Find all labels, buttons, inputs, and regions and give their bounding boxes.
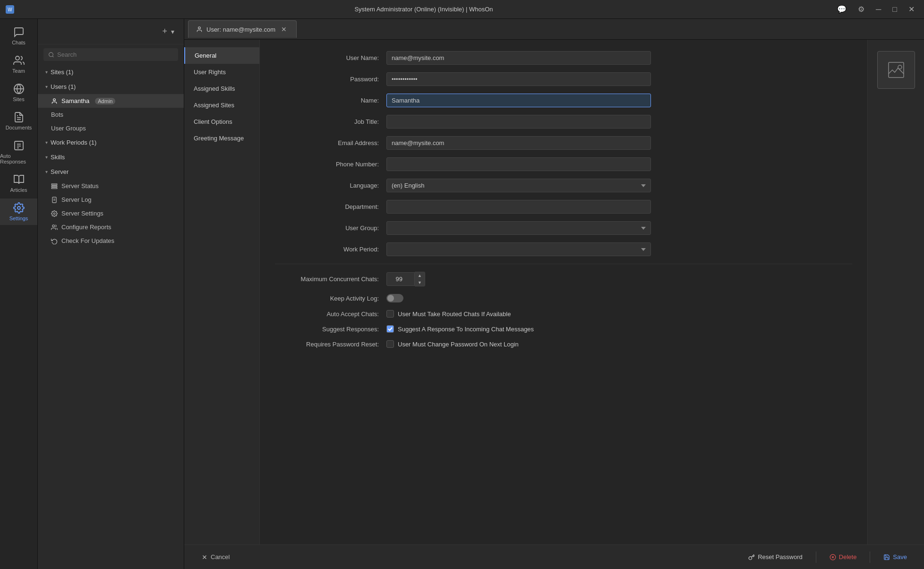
nav-sidebar-header: + ▾: [38, 19, 184, 44]
nav-item-usergroups[interactable]: User Groups: [38, 121, 184, 135]
workperiods-chevron: ▾: [45, 140, 48, 145]
language-select[interactable]: (en) English: [386, 179, 651, 192]
minimize-button[interactable]: ─: [872, 4, 885, 15]
workperiod-select[interactable]: [386, 242, 651, 256]
title-bar-controls: 💬 ⚙ ─ □ ✕: [833, 4, 918, 15]
sidebar-item-sites[interactable]: Sites: [0, 79, 37, 106]
checkforupdates-icon: [51, 238, 58, 244]
expand-button[interactable]: ▾: [169, 26, 176, 37]
panel-item-general[interactable]: General: [184, 47, 259, 64]
usergroup-label: User Group:: [275, 224, 379, 232]
nav-item-serversettings[interactable]: Server Settings: [38, 207, 184, 220]
jobtitle-row: Job Title:: [275, 115, 852, 129]
language-label: Language:: [275, 182, 379, 189]
usergroup-select[interactable]: [386, 221, 651, 235]
name-input[interactable]: [386, 94, 651, 107]
serversettings-icon: [51, 210, 58, 217]
sidebar-item-team[interactable]: Team: [0, 51, 37, 78]
avatar-box[interactable]: [877, 51, 915, 89]
samantha-label: Samantha: [61, 97, 89, 104]
phone-input[interactable]: [386, 157, 651, 171]
serverlog-icon: [51, 197, 58, 203]
autoacceptchats-checkbox[interactable]: [386, 310, 394, 318]
sidebar-item-chats[interactable]: Chats: [0, 23, 37, 49]
sites-icon: [13, 83, 25, 95]
sidebar-item-autoresponses[interactable]: Auto Responses: [0, 136, 37, 168]
panel-item-userrights[interactable]: User Rights: [184, 64, 259, 80]
chat-button[interactable]: 💬: [833, 4, 850, 15]
sidebar-item-articles[interactable]: Articles: [0, 170, 37, 197]
svg-point-12: [49, 52, 53, 57]
users-group-header[interactable]: ▾ Users (1): [38, 79, 184, 94]
settings-button[interactable]: ⚙: [854, 4, 868, 15]
sidebar-item-documents[interactable]: Documents: [0, 108, 37, 134]
nav-sidebar: + ▾ ▾ Sites (1) ▾ Users (1): [38, 19, 184, 569]
add-button[interactable]: +: [160, 25, 169, 38]
nav-item-bots[interactable]: Bots: [38, 108, 184, 121]
username-label: User Name:: [275, 54, 379, 61]
cancel-button[interactable]: Cancel: [196, 551, 235, 563]
email-input[interactable]: [386, 136, 651, 150]
panel-item-assignedskills[interactable]: Assigned Skills: [184, 80, 259, 97]
spinbox-down-button[interactable]: ▼: [415, 279, 425, 286]
username-input[interactable]: [386, 51, 651, 65]
sidebar-item-settings[interactable]: Settings: [0, 198, 37, 225]
suggestresponses-row: Suggest Responses: Suggest A Response To…: [275, 325, 852, 333]
suggestresponses-checkbox[interactable]: [386, 325, 394, 333]
jobtitle-input[interactable]: [386, 115, 651, 129]
department-row: Department:: [275, 200, 852, 214]
checkforupdates-label: Check For Updates: [61, 237, 114, 244]
maximize-button[interactable]: □: [889, 4, 901, 15]
footer-divider: [816, 552, 816, 563]
panel-item-assignedsites[interactable]: Assigned Sites: [184, 97, 259, 113]
reset-password-button[interactable]: Reset Password: [743, 551, 808, 563]
sites-group-header[interactable]: ▾ Sites (1): [38, 65, 184, 79]
spinbox-up-button[interactable]: ▲: [415, 272, 425, 279]
keepactivity-toggle[interactable]: [386, 294, 403, 302]
modal-body: General User Rights Assigned Skills Assi…: [184, 40, 924, 544]
svg-rect-16: [51, 185, 57, 186]
name-row: Name:: [275, 94, 852, 107]
nav-group-skills: ▾ Skills: [38, 150, 184, 164]
users-chevron: ▾: [45, 84, 48, 89]
autoacceptchats-label: Auto Accept Chats:: [275, 310, 379, 318]
configurereports-icon: [51, 224, 58, 231]
nav-item-checkforupdates[interactable]: Check For Updates: [38, 234, 184, 248]
svg-line-13: [52, 56, 53, 57]
workperiods-group-header[interactable]: ▾ Work Periods (1): [38, 135, 184, 150]
team-icon: [13, 55, 25, 66]
settings-label: Settings: [9, 216, 28, 221]
user-tab-icon: [196, 26, 203, 33]
requirespassword-checkbox[interactable]: [386, 340, 394, 348]
svg-point-23: [198, 27, 201, 29]
nav-item-configurereports[interactable]: Configure Reports: [38, 220, 184, 234]
panel-item-greetingmessage[interactable]: Greeting Message: [184, 130, 259, 147]
save-button[interactable]: Save: [878, 551, 913, 563]
skills-group-header[interactable]: ▾ Skills: [38, 150, 184, 164]
server-group-header[interactable]: ▾ Server: [38, 164, 184, 179]
phone-row: Phone Number:: [275, 157, 852, 171]
maxchats-input[interactable]: [386, 272, 415, 286]
workperiod-label: Work Period:: [275, 246, 379, 253]
title-bar: W System Administrator (Online) (Invisib…: [0, 0, 924, 19]
maxchats-spinbox: ▲ ▼: [386, 272, 425, 286]
password-input[interactable]: [386, 72, 651, 86]
workperiods-group-label: Work Periods (1): [51, 139, 96, 146]
serverstatus-icon: [51, 183, 58, 190]
nav-item-serverlog[interactable]: Server Log: [38, 193, 184, 207]
password-label: Password:: [275, 76, 379, 83]
delete-button[interactable]: Delete: [824, 551, 863, 563]
department-input[interactable]: [386, 200, 651, 214]
sites-chevron: ▾: [45, 69, 48, 75]
user-tab[interactable]: User: name@mysite.com ✕: [188, 20, 297, 38]
nav-item-serverstatus[interactable]: Server Status: [38, 179, 184, 193]
close-button[interactable]: ✕: [905, 4, 918, 15]
suggestresponses-checkbox-label: Suggest A Response To Incoming Chat Mess…: [398, 326, 534, 333]
nav-item-samantha[interactable]: Samantha Admin: [38, 94, 184, 108]
tab-close-button[interactable]: ✕: [279, 25, 289, 34]
search-input[interactable]: [57, 51, 173, 58]
panel-item-clientoptions[interactable]: Client Options: [184, 113, 259, 130]
form-divider: [275, 264, 852, 264]
greetingmessage-label: Greeting Message: [194, 135, 244, 142]
avatar-panel: [867, 40, 924, 544]
